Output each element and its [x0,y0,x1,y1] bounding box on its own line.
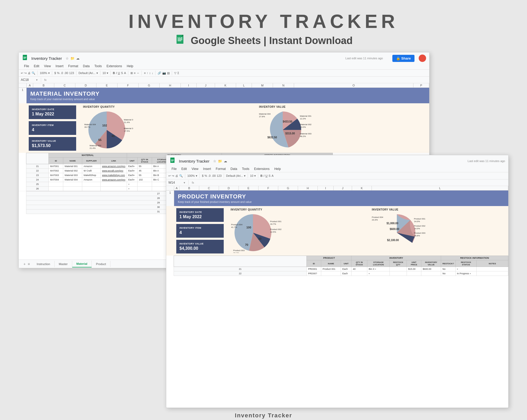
summary-charts-row-2: INVENTORY DATE 1 May 2022 INVENTORY ITEM… [166,206,508,256]
screenshots-container: Inventory Tracker ☆ 📁 ☁ Last edit was 11… [18,52,509,408]
sheets-titlebar-1: Inventory Tracker ☆ 📁 ☁ Last edit was 11… [19,52,429,63]
menu-help-1[interactable]: Help [125,64,135,69]
svg-text:Product 001: Product 001 [270,220,282,223]
qty-pie-chart-1: Material 001 21.4% Material 002 17.5% Ma… [83,109,133,150]
svg-text:21.4%: 21.4% [124,121,130,124]
svg-text:Material 003: Material 003 [90,144,101,147]
val-pie-chart-1: Material 001 12.2% Material 002 20.0% Ma… [259,109,320,150]
sheets-toolbar-2: ↩↪🖨🔍 100%▾ $%.0.00123 Default (Ari...▾ 1… [166,172,508,179]
title-icons-2: ☆ 📁 ☁ [213,159,227,163]
svg-text:Product 004: Product 004 [372,216,383,218]
svg-text:41.7%: 41.7% [231,226,237,228]
menu-edit-2[interactable]: Edit [179,166,189,172]
svg-text:Material 002: Material 002 [124,127,133,130]
sheets-menubar-1: File Edit View Insert Format Data Tools … [19,63,429,69]
menu-data-1[interactable]: Data [81,64,92,69]
menu-format-2[interactable]: Format [214,166,228,172]
summary-box-date-1: INVENTORY DATE 1 May 2022 [29,105,76,119]
svg-rect-7 [178,37,179,38]
menu-format-1[interactable]: Format [66,64,80,69]
formula-bar-2: W14 ▾ fx [166,179,508,186]
svg-rect-9 [181,37,182,38]
page-header: INVENTORY TRACKER Google Sheets | Instan… [129,11,399,47]
svg-text:23.3%: 23.3% [372,219,378,221]
svg-text:Product 002: Product 002 [414,225,426,227]
sheets-chrome-2: Inventory Tracker ☆ 📁 ☁ Last edit was 11… [166,155,508,186]
qty-pie-chart-2: Product 001 16.7% Product 002 12.5% Prod… [231,212,286,253]
summary-charts-row-1: INVENTORY DATE 1 May 2022 INVENTORY ITEM… [19,103,429,153]
menu-help-2[interactable]: Help [272,166,283,172]
svg-text:100: 100 [246,226,251,229]
menu-file-1[interactable]: File [22,64,31,69]
svg-text:Material 002: Material 002 [300,123,312,126]
menu-extensions-2[interactable]: Extensions [252,166,272,172]
doc-title-2: Inventory Tracker [179,159,209,163]
svg-rect-39 [171,160,174,160]
svg-rect-41 [171,161,173,161]
sheets-chrome-1: Inventory Tracker ☆ 📁 ☁ Last edit was 11… [19,52,429,83]
tab-material-1[interactable]: Material [72,261,92,267]
svg-rect-13 [23,57,26,58]
main-title: INVENTORY TRACKER [129,11,399,32]
svg-text:20.0%: 20.0% [300,126,306,128]
val-pie-chart-2: Product 001 14.0% Product 002 14.0% Prod… [372,212,435,253]
summary-box-value-1: INVENTORY VALUE $1,573.50 [29,137,76,151]
tab-product-1[interactable]: Product [92,261,110,267]
menu-edit-1[interactable]: Edit [32,64,41,69]
product-inv-subtitle: Keep track of your finished product inve… [178,201,505,203]
summary-boxes-2: INVENTORY DATE 1 May 2022 INVENTORY ITEM… [176,208,224,253]
qty-chart-1: INVENTORY QUANTITY [83,105,251,151]
title-icons-1: ☆ 📁 ☁ [66,56,80,60]
svg-text:Material 004: Material 004 [259,113,271,115]
svg-rect-12 [23,57,26,57]
svg-text:55: 55 [98,138,101,141]
summary-box-date-2: INVENTORY DATE 1 May 2022 [176,208,224,222]
menu-view-2[interactable]: View [189,166,201,172]
svg-text:12.2%: 12.2% [300,118,306,120]
svg-text:$1,000.00: $1,000.00 [387,222,398,225]
sheets-titlebar-2: Inventory Tracker ☆ 📁 ☁ Last edit was 11… [166,155,508,166]
doc-title-1: Inventory Tracker [31,56,62,61]
svg-text:12.5%: 12.5% [270,231,276,233]
svg-rect-4 [178,38,182,39]
svg-text:Material 003: Material 003 [300,133,312,135]
menu-data-2[interactable]: Data [228,166,239,172]
svg-text:$315.00: $315.00 [285,132,295,135]
svg-text:$2,100.00: $2,100.00 [387,239,399,242]
summary-box-item-1: INVENTORY ITEM 4 [29,121,76,135]
svg-rect-5 [178,40,182,40]
svg-text:16.7%: 16.7% [270,223,276,225]
summary-box-item-2: INVENTORY ITEM 4 [176,224,224,238]
svg-rect-40 [171,160,174,160]
svg-text:$433.50: $433.50 [283,120,292,123]
svg-text:48.2%: 48.2% [300,135,306,138]
qty-chart-2: INVENTORY QUANTITY Product 001 [231,208,365,253]
product-data-table: PRODUCT INVENTORY RESTOCK INFORMATION ID… [174,256,508,276]
tab-instruction-1[interactable]: Instruction [32,261,55,267]
menu-view-1[interactable]: View [42,64,53,69]
sheets-menubar-2: File Edit View Insert Format Data Tools … [166,166,508,172]
svg-rect-14 [23,58,26,58]
inventory-tracker-label: Inventory Tracker [235,412,292,419]
share-button-1[interactable]: 🔒 Share [392,55,414,62]
val-chart-2: INVENTORY VALUE Product 001 [372,208,506,253]
svg-text:29.2%: 29.2% [233,252,239,253]
svg-text:Product 003: Product 003 [233,249,245,252]
tab-master-1[interactable]: Master [55,261,72,267]
material-inv-subtitle: Keep track of your material inventory am… [30,98,426,101]
bottom-label: Inventory Tracker [235,412,292,419]
material-inv-title: MATERIAL INVENTORY [30,90,426,97]
svg-text:Product 002: Product 002 [270,228,282,231]
menu-file-2[interactable]: File [169,166,179,172]
svg-text:102: 102 [102,124,107,127]
svg-rect-6 [178,41,181,41]
menu-insert-2[interactable]: Insert [201,166,213,172]
menu-insert-1[interactable]: Insert [53,64,66,69]
svg-text:39.7%: 39.7% [84,126,90,128]
menu-tools-1[interactable]: Tools [92,64,104,69]
last-edit-1: Last edit was 11 minutes ago [345,57,383,60]
svg-text:Material 004: Material 004 [84,123,96,126]
menu-tools-2[interactable]: Tools [240,166,251,172]
svg-text:70: 70 [245,243,248,246]
menu-extensions-1[interactable]: Extensions [104,64,124,69]
